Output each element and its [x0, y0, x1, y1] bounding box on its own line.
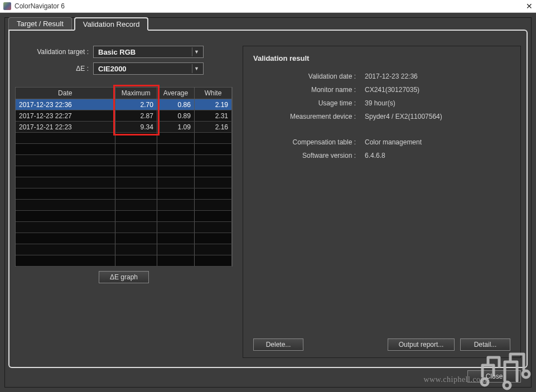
col-white[interactable]: White: [194, 88, 231, 99]
select-validation-target-value: Basic RGB: [98, 48, 136, 56]
result-value: 6.4.6.8: [359, 152, 510, 159]
delete-button[interactable]: Delete...: [253, 338, 303, 351]
table-row-empty: [16, 177, 232, 188]
row-validation-target: Validation target : Basic RGB ▼: [15, 46, 233, 58]
tab-validation-record[interactable]: Validation Record: [74, 17, 149, 31]
tabstrip: Target / Result Validation Record: [8, 17, 148, 31]
cell-max: 2.87: [115, 110, 157, 122]
cell-avg: 0.86: [157, 99, 194, 110]
result-value: 39 hour(s): [359, 99, 510, 107]
col-maximum[interactable]: Maximum: [115, 88, 157, 99]
table-row-empty: [16, 155, 232, 166]
table-row-empty: [16, 255, 232, 267]
result-value: Color management: [359, 138, 510, 146]
table-row-empty: [16, 222, 232, 233]
client-area: Target / Result Validation Record Valida…: [0, 13, 536, 392]
window-close-button[interactable]: ✕: [510, 2, 533, 11]
table-row-empty: [16, 133, 232, 144]
app-icon: [3, 2, 11, 10]
cell-max: 2.70: [115, 99, 157, 110]
de-graph-wrap: ΔE graph: [15, 271, 233, 283]
select-delta-e-value: CIE2000: [98, 65, 127, 73]
result-key: Usage time :: [253, 99, 359, 107]
detail-button[interactable]: Detail...: [460, 338, 510, 351]
cell-max: 9.34: [115, 122, 157, 133]
validation-result-heading: Validation result: [253, 54, 510, 62]
de-graph-button[interactable]: ΔE graph: [99, 271, 149, 283]
validation-result-panel: Validation result Validation date :2017-…: [243, 46, 521, 358]
label-validation-target: Validation target :: [15, 48, 93, 56]
cell-date: 2017-12-23 22:27: [16, 110, 115, 122]
table-row-empty: [16, 144, 232, 155]
table-row[interactable]: 2017-12-23 22:362.700.862.19: [16, 99, 232, 110]
result-key: Measurement device :: [253, 113, 359, 120]
row-delta-e: ΔE : CIE2000 ▼: [15, 62, 233, 75]
result-value: Spyder4 / EX2(11007564): [359, 113, 510, 120]
result-buttons: Delete... Output report... Detail...: [253, 338, 510, 351]
col-average[interactable]: Average: [157, 88, 194, 99]
select-validation-target[interactable]: Basic RGB ▼: [93, 46, 204, 58]
result-key: Compensation table :: [253, 138, 359, 146]
inner-frame: Target / Result Validation Record Valida…: [4, 17, 532, 388]
chevron-down-icon: ▼: [192, 64, 201, 73]
table-row-empty: [16, 188, 232, 200]
col-date[interactable]: Date: [16, 88, 115, 99]
result-fields: Validation date :2017-12-23 22:36Monitor…: [253, 72, 510, 159]
cell-avg: 1.09: [157, 122, 194, 133]
table-row-empty: [16, 211, 232, 222]
cell-white: 2.19: [194, 99, 231, 110]
table-row-empty: [16, 166, 232, 177]
table-row[interactable]: 2017-12-23 22:272.870.892.31: [16, 110, 232, 122]
select-delta-e[interactable]: CIE2000 ▼: [93, 62, 204, 75]
table-row-empty: [16, 200, 232, 211]
cell-date: 2017-12-21 22:23: [16, 122, 115, 133]
window-title: ColorNavigator 6: [15, 2, 510, 10]
result-key: Software version :: [253, 152, 359, 159]
footer: Close: [467, 370, 521, 383]
validation-table-body: 2017-12-23 22:362.700.862.192017-12-23 2…: [16, 99, 232, 267]
app-window: ColorNavigator 6 ✕ Target / Result Valid…: [0, 0, 536, 392]
validation-table-wrap: Date Maximum Average White 2017-12-23 22…: [15, 87, 233, 267]
result-value: CX241(30127035): [359, 86, 510, 94]
cell-white: 2.31: [194, 110, 231, 122]
validation-table[interactable]: Date Maximum Average White 2017-12-23 22…: [16, 88, 232, 267]
output-report-button[interactable]: Output report...: [388, 338, 455, 351]
close-button[interactable]: Close: [467, 370, 521, 383]
result-value: 2017-12-23 22:36: [359, 72, 510, 80]
result-key: Validation date :: [253, 72, 359, 80]
chevron-down-icon: ▼: [192, 47, 201, 56]
table-row[interactable]: 2017-12-21 22:239.341.092.16: [16, 122, 232, 133]
titlebar: ColorNavigator 6 ✕: [0, 0, 536, 13]
body-row: Validation target : Basic RGB ▼ ΔE : CIE…: [15, 46, 521, 358]
label-delta-e: ΔE :: [15, 65, 93, 72]
result-key: Monitor name :: [253, 86, 359, 94]
table-row-empty: [16, 244, 232, 255]
tab-target-result[interactable]: Target / Result: [8, 17, 72, 30]
table-row-empty: [16, 233, 232, 244]
cell-avg: 0.89: [157, 110, 194, 122]
cell-date: 2017-12-23 22:36: [16, 99, 115, 110]
cell-white: 2.16: [194, 122, 231, 133]
left-column: Validation target : Basic RGB ▼ ΔE : CIE…: [15, 46, 233, 358]
